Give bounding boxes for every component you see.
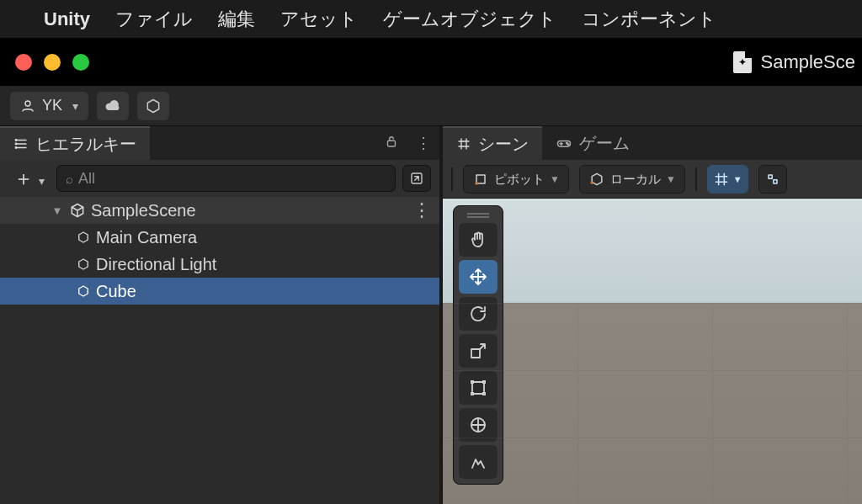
tab-hierarchy[interactable]: ヒエラルキー — [0, 126, 150, 160]
svg-rect-4 — [388, 141, 396, 146]
editor-toolbar: YK — [0, 86, 862, 126]
hierarchy-tree: ▼ SampleScene ⋮ Main Camera — [0, 197, 439, 504]
menubar-item-gameobject[interactable]: ゲームオブジェクト — [383, 7, 556, 32]
user-icon — [20, 98, 35, 114]
window-close-button[interactable] — [15, 54, 32, 71]
svg-point-10 — [475, 182, 477, 184]
move-icon — [468, 267, 488, 287]
item-label: Cube — [96, 282, 136, 301]
chevron-down-icon: ▼ — [550, 173, 560, 185]
macos-menubar: Unity ファイル 編集 アセット ゲームオブジェクト コンポーネント — [0, 0, 862, 39]
scene-panel: シーン ゲーム ピボット ▼ ローカル ▼ — [443, 126, 862, 504]
cloud-icon — [104, 98, 121, 114]
gameobject-icon — [76, 257, 91, 272]
item-label: Directional Light — [96, 255, 216, 274]
scene-context-button[interactable]: ⋮ — [412, 199, 431, 221]
svg-point-2 — [15, 143, 17, 145]
plus-icon: ＋ — [13, 165, 34, 192]
svg-rect-15 — [482, 380, 486, 384]
search-scope-button[interactable] — [402, 165, 431, 192]
hand-tool[interactable] — [459, 223, 498, 257]
account-button[interactable]: YK — [10, 92, 88, 120]
hierarchy-panel: ヒエラルキー ⋮ ＋ ⌕ All — [0, 126, 443, 504]
grid-snap-toggle[interactable]: ▼ — [707, 165, 748, 194]
tab-scene[interactable]: シーン — [443, 126, 542, 160]
hand-icon — [468, 230, 488, 250]
window-minimize-button[interactable] — [44, 54, 61, 71]
svg-rect-16 — [471, 392, 474, 395]
svg-point-8 — [567, 144, 569, 146]
scene-toolbar: ピボット ▼ ローカル ▼ ▼ — [443, 160, 862, 199]
hierarchy-tabs: ヒエラルキー ⋮ — [0, 126, 439, 160]
unity-scene-icon — [69, 202, 86, 219]
pivot-label: ピボット — [494, 172, 545, 185]
move-tool[interactable] — [459, 260, 498, 294]
transform-combo-icon — [468, 415, 488, 435]
space-label: ローカル — [610, 172, 661, 185]
unlock-icon[interactable] — [375, 134, 407, 153]
search-icon: ⌕ — [66, 172, 73, 186]
game-tab-label: ゲーム — [579, 132, 630, 155]
menubar-app-name[interactable]: Unity — [44, 8, 90, 30]
hierarchy-item-directional-light[interactable]: Directional Light — [0, 251, 439, 278]
pivot-icon — [472, 171, 489, 188]
menubar-item-component[interactable]: コンポーネント — [582, 7, 716, 32]
account-label: YK — [42, 97, 62, 114]
hierarchy-tab-label: ヒエラルキー — [35, 133, 136, 156]
editor-tool-icon — [468, 452, 488, 472]
svg-point-11 — [590, 181, 593, 183]
cloud-button[interactable] — [97, 92, 129, 120]
main-window: SampleSce YK ヒエラルキー — [0, 39, 862, 504]
gamepad-icon — [556, 135, 572, 151]
chevron-down-icon — [35, 167, 45, 190]
svg-rect-9 — [476, 175, 485, 183]
svg-point-1 — [15, 140, 17, 141]
menubar-item-file[interactable]: ファイル — [115, 7, 193, 32]
svg-point-3 — [15, 147, 17, 149]
chevron-down-icon: ▼ — [666, 173, 676, 185]
drag-grip-icon[interactable] — [467, 213, 489, 218]
gameobject-icon — [76, 230, 91, 245]
scene-name: SampleScene — [91, 201, 196, 220]
scale-icon — [468, 341, 488, 361]
tab-game[interactable]: ゲーム — [542, 126, 643, 160]
transform-tool[interactable] — [459, 408, 498, 442]
divider — [451, 167, 453, 191]
menubar-item-edit[interactable]: 編集 — [218, 7, 255, 32]
chevron-down-icon: ▼ — [733, 174, 742, 184]
create-button[interactable]: ＋ — [8, 165, 50, 192]
gameobject-icon — [76, 284, 91, 299]
hexagon-icon — [145, 98, 162, 114]
hierarchy-icon — [13, 136, 29, 151]
pivot-mode-dropdown[interactable]: ピボット ▼ — [463, 165, 569, 194]
snap-icon — [764, 171, 781, 188]
local-space-icon — [588, 171, 605, 188]
rect-tool[interactable] — [459, 371, 498, 405]
menubar-item-assets[interactable]: アセット — [280, 7, 358, 32]
scale-tool[interactable] — [459, 334, 498, 368]
search-placeholder: All — [78, 170, 95, 188]
scene-file-icon — [733, 51, 752, 73]
snap-settings-button[interactable] — [758, 165, 787, 194]
window-titlebar: SampleSce — [0, 39, 862, 86]
rotate-tool[interactable] — [459, 297, 498, 331]
expand-caret-icon[interactable]: ▼ — [51, 204, 64, 217]
chevron-down-icon — [69, 97, 78, 114]
svg-rect-17 — [482, 392, 486, 395]
panel-menu-button[interactable]: ⋮ — [407, 134, 439, 152]
package-manager-button[interactable] — [137, 92, 169, 120]
scene-row[interactable]: ▼ SampleScene ⋮ — [0, 197, 439, 224]
custom-tool[interactable] — [459, 445, 498, 479]
scene-tab-label: シーン — [478, 133, 529, 156]
space-mode-dropdown[interactable]: ローカル ▼ — [579, 165, 685, 194]
window-controls — [15, 54, 89, 71]
hierarchy-item-cube[interactable]: Cube — [0, 278, 439, 305]
window-zoom-button[interactable] — [72, 54, 89, 71]
hierarchy-item-main-camera[interactable]: Main Camera — [0, 224, 439, 251]
scene-viewport[interactable] — [443, 199, 862, 504]
hierarchy-toolbar: ＋ ⌕ All — [0, 160, 439, 197]
hierarchy-search-input[interactable]: ⌕ All — [56, 165, 396, 192]
scene-file-name: SampleSce — [760, 51, 855, 73]
main-split: ヒエラルキー ⋮ ＋ ⌕ All — [0, 126, 862, 504]
scene-tabs: シーン ゲーム — [443, 126, 862, 160]
